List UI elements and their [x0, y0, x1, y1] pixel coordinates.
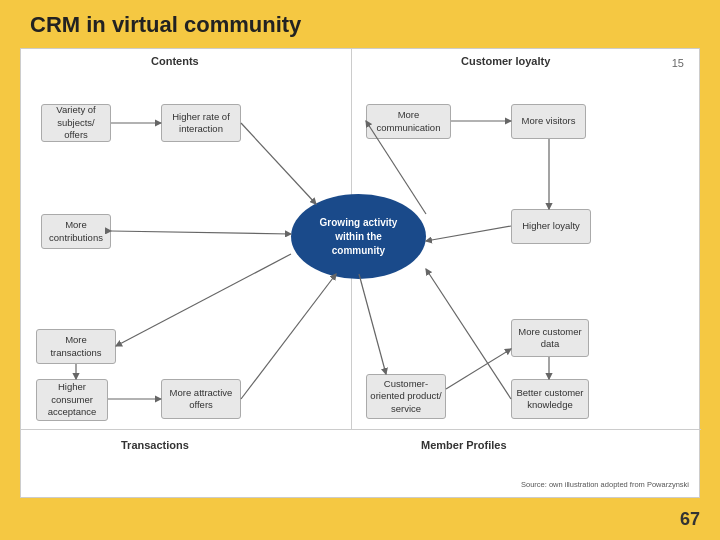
- node-more-visitors: More visitors: [511, 104, 586, 139]
- page-number: 67: [680, 509, 700, 530]
- section-transactions: Transactions: [121, 439, 189, 451]
- svg-line-12: [446, 349, 511, 389]
- slide-number: 15: [672, 57, 684, 69]
- node-more-transactions: More transactions: [36, 329, 116, 364]
- svg-line-2: [111, 231, 291, 234]
- svg-line-11: [359, 274, 386, 374]
- svg-line-10: [241, 274, 336, 399]
- svg-line-6: [426, 226, 511, 241]
- node-customer-oriented: Customer- oriented product/ service: [366, 374, 446, 419]
- node-variety: Variety of subjects/ offers: [41, 104, 111, 142]
- page-title: CRM in virtual community: [30, 12, 301, 38]
- node-more-attractive: More attractive offers: [161, 379, 241, 419]
- node-higher-loyalty: Higher loyalty: [511, 209, 591, 244]
- node-more-customer-data: More customer data: [511, 319, 589, 357]
- section-contents: Contents: [151, 55, 199, 67]
- section-customer-loyalty: Customer loyalty: [461, 55, 550, 67]
- center-oval: Growing activity within the community: [291, 194, 426, 279]
- svg-line-1: [241, 123, 316, 204]
- node-higher-consumer: Higher consumer acceptance: [36, 379, 108, 421]
- section-member-profiles: Member Profiles: [421, 439, 507, 451]
- node-higher-rate: Higher rate of interaction: [161, 104, 241, 142]
- node-more-contributions: More contributions: [41, 214, 111, 249]
- node-better-customer: Better customer knowledge: [511, 379, 589, 419]
- source-label: Source: own illustration adopted from Po…: [521, 480, 689, 489]
- node-more-communication: More communication: [366, 104, 451, 139]
- diagram: Contents Customer loyalty Transactions M…: [20, 48, 700, 498]
- svg-line-7: [116, 254, 291, 346]
